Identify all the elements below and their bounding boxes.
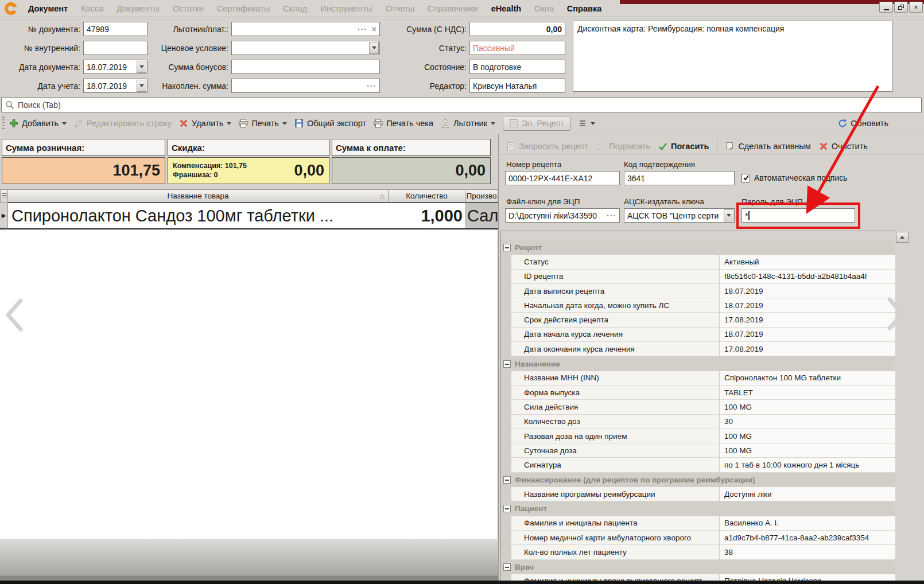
delete-button[interactable]: Удалить	[179, 119, 231, 128]
property-row[interactable]: Форма выпускаTABLET	[501, 386, 895, 400]
column-header-name[interactable]: Название товара △	[7, 189, 389, 203]
menu-help[interactable]: Справка	[565, 3, 604, 14]
collapse-icon[interactable]	[503, 244, 511, 251]
property-row[interactable]: Количество доз30	[501, 415, 895, 429]
scroll-up-button[interactable]	[896, 232, 909, 243]
accum-field[interactable]: ···	[231, 79, 380, 93]
edit-row-button[interactable]: Редактировать строку	[74, 119, 172, 128]
property-row[interactable]: Дата выписки рецепта18.07.2019	[501, 284, 895, 298]
toolbar-grip[interactable]	[2, 116, 5, 130]
browse-button[interactable]: ···	[367, 81, 376, 91]
property-row[interactable]: Разовая доза на один прием100 MG	[501, 429, 895, 443]
app-logo-icon	[5, 2, 17, 15]
property-row[interactable]: Сигнатурапо 1 таб в 10:00 кожного дня 1 …	[501, 458, 895, 472]
property-row[interactable]: Дата окончания курса лечения17.08.2019	[501, 342, 895, 356]
menu-ostatki[interactable]: Остатки	[170, 3, 206, 14]
refresh-button[interactable]: Обновить	[838, 119, 888, 128]
property-row[interactable]: Дата начала курса лечения18.07.2019	[501, 328, 895, 342]
clear-beneficiary-button[interactable]: ×	[372, 25, 376, 34]
sign-button[interactable]: Подписать	[596, 142, 650, 151]
add-button[interactable]: Добавить	[9, 119, 67, 128]
internal-number-field[interactable]	[83, 41, 147, 55]
rows-icon	[2, 193, 7, 198]
minimize-button[interactable]	[879, 2, 893, 13]
section-header-patient[interactable]: Пациент	[501, 501, 895, 516]
menu-sklad[interactable]: Склад	[281, 3, 309, 14]
reg-date-dropdown-button[interactable]	[137, 80, 146, 92]
price-condition-field[interactable]	[231, 41, 380, 55]
bonus-field[interactable]	[231, 60, 380, 74]
password-field[interactable]: *	[741, 208, 855, 223]
make-active-button[interactable]: Сделать активным	[725, 142, 810, 151]
recipe-number-field[interactable]: 0000-12PX-441E-XA12	[505, 171, 620, 185]
property-row[interactable]: Название программы реимбурсацииДоступні …	[501, 487, 895, 501]
acsk-field[interactable]: АЦСК ТОВ "Центр серти	[624, 208, 735, 223]
doc-date-dropdown-button[interactable]	[137, 61, 146, 73]
menu-windows[interactable]: Окна	[532, 3, 556, 14]
product-qty-cell[interactable]: 1,000	[389, 203, 465, 229]
print-receipt-button[interactable]: Печать чека	[374, 119, 433, 128]
property-row[interactable]: Фамилия и инициалы пациентаВасиленко А. …	[501, 516, 895, 531]
chevron-right-icon[interactable]	[886, 297, 906, 330]
e-recipe-button[interactable]: Эл. Рецепт	[503, 116, 570, 131]
product-producer-cell[interactable]: Сал	[465, 203, 498, 229]
browse-button[interactable]: ···	[358, 25, 367, 34]
sort-asc-icon: △	[380, 192, 385, 200]
beneficiary-button[interactable]: Льготник	[441, 119, 495, 128]
browse-button[interactable]: ···	[607, 211, 616, 220]
common-export-button[interactable]: Общий экспорт	[294, 119, 366, 128]
section-header-assignment[interactable]: Назначение	[501, 356, 895, 371]
print-button[interactable]: Печать	[239, 119, 287, 128]
search-input[interactable]: Поиск (Tab)	[1, 98, 922, 112]
property-row[interactable]: СтатусАктивный	[501, 255, 895, 269]
doc-number-field[interactable]: 47989	[83, 22, 147, 36]
column-header-producer[interactable]: Произво	[465, 189, 498, 203]
menu-instruments[interactable]: Инструменты	[318, 3, 374, 14]
property-row[interactable]: Срок действия рецепта17.08.2019	[501, 313, 895, 327]
collapse-icon[interactable]	[503, 476, 511, 484]
close-button[interactable]: ×	[909, 2, 923, 13]
collapse-icon[interactable]	[503, 505, 511, 512]
confirm-code-field[interactable]: 3641	[624, 171, 735, 185]
export-disk-icon	[294, 119, 304, 128]
document-icon	[506, 142, 515, 151]
to-pay-header: Сумма к оплате:	[332, 139, 491, 156]
restore-button[interactable]	[894, 2, 908, 13]
property-row[interactable]: Начальная дата когда, можно купить ЛС18.…	[501, 298, 895, 313]
printer-icon	[239, 119, 248, 128]
property-row[interactable]: Суточная доза100 MG	[501, 443, 895, 458]
pencil-icon	[74, 119, 83, 128]
column-header-qty[interactable]: Количество	[388, 189, 465, 203]
menu-kassa[interactable]: Касса	[79, 3, 106, 14]
auto-sign-checkbox[interactable]	[741, 174, 750, 182]
section-header-financing[interactable]: Финансирование (для рецептов по программ…	[501, 473, 895, 487]
property-row[interactable]: Номер медичної карти амбулаторного хворо…	[501, 531, 895, 545]
collapse-icon[interactable]	[503, 360, 511, 368]
menu-documents[interactable]: Документы	[114, 3, 162, 14]
acsk-dropdown-button[interactable]	[724, 209, 733, 221]
property-row[interactable]: Название МНН (INN)Спіронолактон 100 MG т…	[501, 371, 895, 386]
menu-certificates[interactable]: Сертификаты	[215, 3, 273, 14]
key-file-field[interactable]: D:\Доступні ліки\343590 ···	[505, 208, 620, 223]
menu-document[interactable]: Документ	[26, 3, 70, 14]
menu-ehealth[interactable]: eHealth	[489, 3, 523, 14]
property-row[interactable]: Сила действия100 MG	[501, 400, 895, 414]
price-condition-dropdown-button[interactable]	[369, 42, 379, 54]
menu-spravochniki[interactable]: Справочники	[425, 3, 480, 14]
request-recipe-button[interactable]: Запросить рецепт	[506, 142, 588, 151]
property-row[interactable]: Кол-во полных лет пациенту38	[501, 545, 895, 559]
clear-button[interactable]: Очистить	[819, 142, 868, 151]
reg-date-field[interactable]: 18.07.2019	[83, 79, 147, 93]
property-row[interactable]: ID рецептаf8c516c0-148c-4131-b5dd-a2b481…	[501, 270, 895, 284]
redeem-button[interactable]: Погасить	[658, 142, 709, 151]
menu-reports[interactable]: Отчеты	[383, 3, 417, 14]
product-name-cell[interactable]: Спиронолактон Сандоз 100мг таблетки ...	[8, 203, 389, 229]
discount-note-box: Дисконтная карта: Реимбурсация: полная к…	[573, 21, 893, 92]
list-menu-button[interactable]	[578, 119, 595, 128]
section-header-recipe[interactable]: Рецепт	[501, 240, 895, 255]
doc-date-field[interactable]: 18.07.2019	[83, 60, 147, 74]
beneficiary-field[interactable]: ··· ×	[231, 22, 380, 36]
chevron-left-icon[interactable]	[5, 298, 24, 332]
collapse-icon[interactable]	[503, 563, 511, 571]
section-header-doctor[interactable]: Врач	[501, 560, 895, 574]
